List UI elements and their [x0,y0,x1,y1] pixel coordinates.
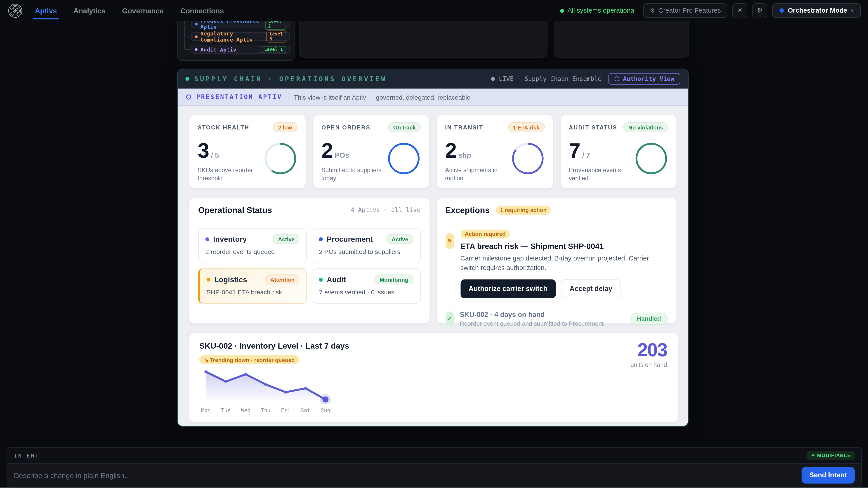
overview-body: STOCK HEALTH 2 low 3 / 5 SKUs above reor… [178,106,688,427]
kpi-badge: 1 ETA risk [508,122,544,132]
nav-right: All systems operational ⚙ Creator Pro Fe… [560,3,861,18]
intent-input[interactable]: Describe a change in plain English… [14,471,131,480]
kpi-ring-gauge [636,143,667,174]
kpi-desc: Submitted to suppliers today [321,166,387,183]
aptiv-dot-icon [195,48,197,51]
kpi-label: AUDIT STATUS [569,124,617,131]
status-card-inventory[interactable]: Inventory Active 2 reorder events queued [198,228,307,263]
status-dot-icon [206,237,209,241]
kpi-badge: 2 low [273,122,297,132]
kpi-label: OPEN ORDERS [321,124,370,131]
overview-title: SUPPLY CHAIN · OPERATIONS OVERVIEW [194,75,387,83]
level-badge: Level 2 [265,21,286,30]
orchestrator-mode-button[interactable]: Orchestrator Mode ▾ [772,3,861,18]
aptiv-dot-icon [195,22,197,25]
aptiv-label: Regulatory Compliance Aptiv [200,31,264,43]
authority-view-button[interactable]: ⬡ Authority View [608,73,680,85]
status-card-audit[interactable]: Audit Monitoring 7 events verified · 0 i… [312,268,421,304]
gear-icon: ⚙ [650,7,655,14]
kpi-suffix: POs [335,151,349,160]
window-bottom-edge [0,487,868,488]
aptiv-label: Product Provenance Aptiv [200,21,262,30]
status-name: Inventory [213,235,247,243]
kpi-label: STOCK HEALTH [197,124,249,131]
status-name: Audit [327,275,346,284]
status-badge: Active [273,234,300,244]
status-card-procurement[interactable]: Procurement Active 2 POs submitted to su… [312,228,421,263]
live-label: LIVE · Supply Chain Ensemble [499,75,601,83]
exception-alert-item: ⚑ Action required ETA breach risk — Ship… [445,228,668,298]
status-dot-icon [560,8,564,12]
status-badge: Attention [266,274,300,285]
kpi-value: 3 [197,140,209,161]
creator-pro-button[interactable]: ⚙ Creator Pro Features [643,3,727,18]
check-icon: ✓ [445,311,454,326]
kpi-suffix: / 5 [211,151,219,160]
accept-delay-button[interactable]: Accept delay [561,279,621,298]
status-card-logistics[interactable]: Logistics Attention SHP-0041 ETA breach … [198,268,307,304]
exception-title: ETA breach risk — Shipment SHP-0041 [460,242,659,251]
exceptions-title: Exceptions [445,205,490,215]
kpi-ring-gauge [264,143,296,174]
live-status: LIVE · Supply Chain Ensemble [491,75,601,83]
kpi-suffix: / 7 [582,151,590,160]
action-required-badge: Action required [460,229,510,238]
kpi-value: 7 [569,140,580,161]
kpi-value: 2 [321,140,333,161]
kpi-card-in-transit[interactable]: IN TRANSIT 1 ETA risk 2 shp Active shipm… [436,115,553,189]
chart-x-label: Fri [278,407,293,413]
status-desc: 2 POs submitted to suppliers [319,249,413,255]
top-nav: Aptivs Analytics Governance Connections … [0,0,868,21]
tab-connections[interactable]: Connections [180,0,224,21]
tab-aptivs[interactable]: Aptivs [35,0,57,21]
hexagon-icon: ⬡ [614,75,620,83]
operational-status-panel: Operational Status 4 Aptivs · all live I… [189,197,430,324]
status-dot-icon [319,278,323,281]
trend-badge: ↘ Trending down · reorder queued [199,355,299,364]
kpi-card-audit-status[interactable]: AUDIT STATUS No violations 7 / 7 Provena… [560,115,677,189]
kpi-ring-gauge [512,143,544,174]
live-dot-icon [185,77,189,80]
status-dot-icon [319,237,323,241]
send-intent-button[interactable]: Send Intent [802,467,855,484]
tree-item-product-provenance[interactable]: Product Provenance Aptiv Level 2 [191,21,290,28]
tree-connector [184,38,190,50]
chart-x-label: Sat [298,407,313,413]
inventory-trend-card: SKU-002 · Inventory Level · Last 7 days … [189,332,679,423]
level-badge: Level 3 [266,31,286,43]
tree-item-regulatory-compliance[interactable]: Regulatory Compliance Aptiv Level 3 [191,32,290,41]
status-badge: Active [387,234,413,244]
status-desc: SHP-0041 ETA breach risk [206,289,300,295]
app-window: Aptivs Analytics Governance Connections … [0,0,868,488]
flag-icon: ⚑ [445,233,454,249]
presentation-note: This view is itself an Aptiv — governed,… [294,94,470,100]
status-desc: 7 events verified · 0 issues [319,289,413,295]
kpi-desc: Provenance events verified [569,166,634,183]
tab-governance[interactable]: Governance [122,0,164,21]
intent-bar: INTENT ✦ MODIFIABLE Describe a change in… [6,447,862,488]
status-name: Logistics [214,275,247,284]
hexagon-icon: ⬡ [186,94,192,101]
ensemble-dot-icon [491,77,495,80]
tab-analytics[interactable]: Analytics [73,0,105,21]
tree-item-audit[interactable]: Audit Aptiv Level 1 [191,45,290,54]
mode-dot-icon [779,8,784,13]
settings-button[interactable]: ⚙ [752,3,767,18]
chart-x-label: Wed [238,407,254,413]
units-on-hand-label: units on hand [630,361,667,368]
status-dot-icon [206,278,210,281]
kpi-desc: SKUs above reorder threshold [197,166,263,183]
kpi-card-open-orders[interactable]: OPEN ORDERS On track 2 POs Submitted to … [312,115,430,189]
presentation-aptiv-bar: ⬡ PRESENTATION APTIV This view is itself… [178,89,688,106]
authorize-carrier-switch-button[interactable]: Authorize carrier switch [460,279,556,298]
kpi-card-stock-health[interactable]: STOCK HEALTH 2 low 3 / 5 SKUs above reor… [189,115,306,189]
top-strip: Product Provenance Aptiv Level 2 Regulat… [0,21,868,61]
system-status-text: All systems operational [567,6,636,14]
chart-title: SKU-002 · Inventory Level · Last 7 days [199,341,668,350]
units-on-hand-value: 203 [630,340,667,359]
app-logo[interactable] [8,3,23,18]
kpi-badge: No violations [623,122,668,132]
aptiv-label: Audit Aptiv [200,46,237,52]
theme-toggle-button[interactable]: ☀ [733,3,747,18]
aptiv-dot-icon [195,35,197,38]
